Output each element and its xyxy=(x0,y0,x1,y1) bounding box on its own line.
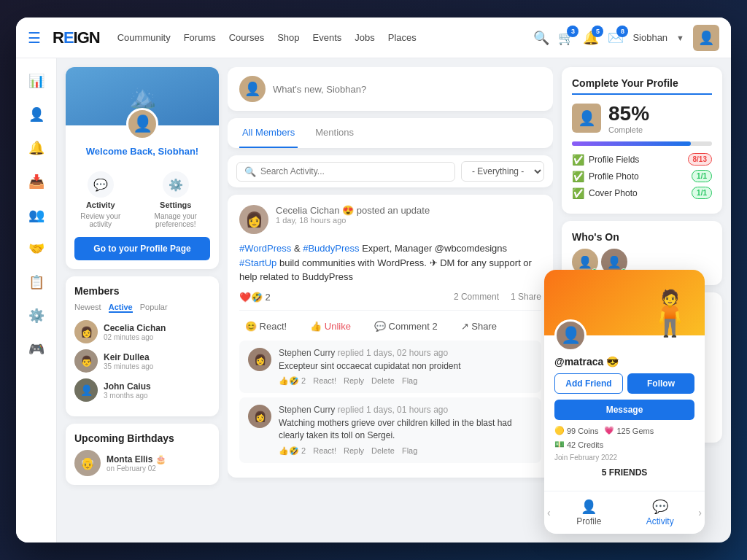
reply-flag-0[interactable]: Flag xyxy=(402,376,417,386)
popup-prev-chevron[interactable]: ‹ xyxy=(544,499,554,526)
birthday-name: Monta Ellis 🎂 xyxy=(107,454,166,464)
bell-badge: 5 xyxy=(592,26,603,37)
member-name-2[interactable]: John Caius xyxy=(104,381,151,392)
logo: REIGN xyxy=(53,28,100,47)
nav-courses[interactable]: Courses xyxy=(229,32,264,43)
hamburger-menu[interactable]: ☰ xyxy=(28,29,41,47)
completion-badge-0[interactable]: 8/13 xyxy=(688,153,712,166)
completion-stats: 85% Complete xyxy=(608,102,649,134)
birthdays-title: Upcoming Birthdays xyxy=(74,432,210,444)
message-button[interactable]: Message xyxy=(554,400,694,420)
sidebar-icon-members[interactable]: 👥 xyxy=(23,201,50,229)
completion-badge-1[interactable]: 1/1 xyxy=(692,170,712,182)
popup-activity-tab[interactable]: 💬 Activity xyxy=(624,491,695,534)
top-navigation: ☰ REIGN Coummunity Forums Courses Shop E… xyxy=(16,18,731,58)
hashtag-buddypress[interactable]: #BuddyPress xyxy=(303,243,359,254)
reply-item-1: 👩 Stephen Curry replied 1 days, 01 hours… xyxy=(239,397,541,463)
reply-reply-1[interactable]: Reply xyxy=(344,446,364,456)
reply-react-0[interactable]: React! xyxy=(313,376,336,386)
member-info-0: Cecelia Cichan 02 minutes ago xyxy=(104,323,166,341)
member-name-0[interactable]: Cecelia Cichan xyxy=(104,323,166,333)
progress-bar xyxy=(572,141,691,146)
search-icon: 🔍 xyxy=(244,166,256,177)
comment-count[interactable]: 2 Comment xyxy=(454,292,499,302)
user-chevron[interactable]: ▼ xyxy=(676,34,684,42)
sidebar-icon-analytics[interactable]: 📊 xyxy=(23,67,50,95)
reply-delete-0[interactable]: Delete xyxy=(371,376,395,386)
post-input[interactable] xyxy=(273,84,541,95)
member-name-1[interactable]: Keir Dullea xyxy=(104,352,153,362)
add-friend-button[interactable]: Add Friend xyxy=(554,373,623,394)
share-button[interactable]: ↗ Share xyxy=(455,318,503,335)
sidebar-icon-messages[interactable]: 📥 xyxy=(23,168,50,195)
progress-bar-wrap xyxy=(572,141,712,146)
reply-meta-1: Stephen Curry replied 1 days, 01 hours a… xyxy=(279,405,533,415)
cart-icon-wrap[interactable]: 🛒 3 xyxy=(558,30,574,46)
profile-avatar[interactable]: 👤 xyxy=(126,108,158,140)
user-avatar[interactable]: 👤 xyxy=(693,25,719,51)
reply-reply-0[interactable]: Reply xyxy=(344,376,364,386)
member-time-1: 35 minutes ago xyxy=(104,362,153,370)
reply-content-0: Stephen Curry replied 1 days, 02 hours a… xyxy=(279,348,461,386)
tab-all-members[interactable]: All Members xyxy=(239,118,298,148)
hashtag-startup[interactable]: #StartUp xyxy=(239,257,276,268)
sidebar-icon-friends[interactable]: 🤝 xyxy=(23,235,50,262)
search-icon[interactable]: 🔍 xyxy=(533,30,549,46)
hashtag-wordpress[interactable]: #WordPress xyxy=(239,243,291,254)
nav-events[interactable]: Events xyxy=(313,32,342,43)
share-count[interactable]: 1 Share xyxy=(511,292,541,302)
sidebar-icon-games[interactable]: 🎮 xyxy=(23,335,50,363)
member-tabs: Newest Active Popular xyxy=(74,303,210,313)
mail-icon-wrap[interactable]: ✉️ 8 xyxy=(608,30,624,46)
popup-username: @matraca 😎 xyxy=(554,356,694,368)
tab-mentions[interactable]: Mentions xyxy=(312,118,357,148)
user-name[interactable]: Siobhan xyxy=(632,32,667,43)
member-avatar-1[interactable]: 👨 xyxy=(74,349,98,373)
welcome-name: Siobhan! xyxy=(158,146,199,157)
nav-shop[interactable]: Shop xyxy=(277,32,299,43)
sidebar-icon-notifications[interactable]: 🔔 xyxy=(23,134,50,162)
tab-newest[interactable]: Newest xyxy=(74,303,101,313)
popup-next-chevron[interactable]: › xyxy=(695,499,705,526)
complete-profile-card: Complete Your Profile 👤 85% Complete ✅ xyxy=(562,67,722,214)
tab-popular[interactable]: Popular xyxy=(140,303,168,313)
tab-active[interactable]: Active xyxy=(109,303,133,313)
activity-filter-select[interactable]: - Everything - xyxy=(461,161,544,182)
sidebar-icon-settings[interactable]: ⚙️ xyxy=(23,302,50,330)
popup-avatar: 👤 xyxy=(554,319,587,351)
search-activity-input[interactable] xyxy=(260,166,447,176)
activity-actions: 😊 React! 👍 Unlike 💬 Comment 2 ↗ Share xyxy=(239,318,541,335)
follow-button[interactable]: Follow xyxy=(627,373,694,394)
activity-reactions: ❤️🤣 2 2 Comment 1 Share xyxy=(239,292,541,303)
activity-user-avatar[interactable]: 👩 xyxy=(239,205,268,234)
reply-actions-1: 👍🤣 2 React! Reply Delete Flag xyxy=(279,446,533,456)
divider xyxy=(239,310,541,311)
unlike-button[interactable]: 👍 Unlike xyxy=(304,318,357,335)
profile-cover: 🏔️ 👤 xyxy=(66,67,219,125)
settings-action[interactable]: ⚙️ Settings Manage your preferences! xyxy=(142,171,210,228)
settings-sublabel: Manage your preferences! xyxy=(142,212,210,228)
popup-profile-tab[interactable]: 👤 Profile xyxy=(554,491,624,534)
comment-button[interactable]: 💬 Comment 2 xyxy=(368,318,444,335)
reply-delete-1[interactable]: Delete xyxy=(371,446,395,456)
reply-actions-0: 👍🤣 2 React! Reply Delete Flag xyxy=(279,376,461,386)
nav-places[interactable]: Places xyxy=(388,32,417,43)
completion-badge-2[interactable]: 1/1 xyxy=(692,187,712,199)
member-avatar-2[interactable]: 👤 xyxy=(74,378,98,402)
react-button[interactable]: 😊 React! xyxy=(239,318,293,335)
go-to-profile-button[interactable]: Go to your Profile Page xyxy=(74,237,210,260)
popup-credits: 💵 42 Credits xyxy=(554,440,694,449)
profile-completion: 👤 85% Complete xyxy=(572,102,712,134)
activity-action[interactable]: 💬 Activity Review your activity xyxy=(74,171,127,228)
nav-forums[interactable]: Forums xyxy=(184,32,216,43)
reply-flag-1[interactable]: Flag xyxy=(402,446,417,456)
reply-avatar-0: 👩 xyxy=(248,348,271,371)
popup-coins: 🟡 99 Coins xyxy=(554,426,598,435)
nav-community[interactable]: Coummunity xyxy=(117,32,171,43)
reply-react-1[interactable]: React! xyxy=(313,446,336,456)
member-avatar-0[interactable]: 👩 xyxy=(74,320,98,343)
sidebar-icon-content[interactable]: 📋 xyxy=(23,268,50,296)
nav-jobs[interactable]: Jobs xyxy=(355,32,374,43)
bell-icon-wrap[interactable]: 🔔 5 xyxy=(583,30,599,46)
sidebar-icon-profile[interactable]: 👤 xyxy=(23,101,50,128)
